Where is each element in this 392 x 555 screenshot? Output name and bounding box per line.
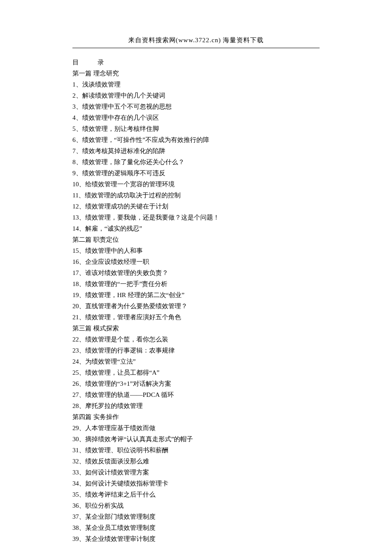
toc-line: 12、绩效管理成功的关键在于计划	[72, 201, 320, 212]
toc-line: 16、企业应设绩效经理一职	[72, 256, 320, 267]
toc-title: 目录	[72, 57, 320, 68]
toc-line: 13、绩效管理，要我做，还是我要做？这是个问题！	[72, 212, 320, 223]
toc-line: 21、绩效管理，管理者应演好五个角色	[72, 312, 320, 323]
toc-line: 36、职位分析实战	[72, 500, 320, 511]
toc-line: 14、解雇，“诚实的残忍”	[72, 223, 320, 234]
toc-line: 23、绩效管理的行事逻辑：农事规律	[72, 345, 320, 356]
header-divider	[72, 48, 320, 48]
toc-list: 第一篇 理念研究1、浅谈绩效管理2、解读绩效管理中的几个关键词3、绩效管理中五个…	[72, 68, 320, 544]
document-page: 来自资料搜索网(www.3722.cn) 海量资料下载 目录 第一篇 理念研究1…	[0, 0, 392, 555]
toc-line: 32、绩效反馈面谈没那么难	[72, 456, 320, 467]
toc-line: 3、绩效管理中五个不可忽视的思想	[72, 101, 320, 112]
toc-line: 第二篇 职责定位	[72, 234, 320, 245]
toc-line: 10、给绩效管理一个宽容的管理环境	[72, 179, 320, 190]
toc-line: 37、某企业部门绩效管理制度	[72, 511, 320, 522]
toc-line: 25、绩效管理，让员工都得“A”	[72, 367, 320, 378]
page-header: 来自资料搜索网(www.3722.cn) 海量资料下载	[51, 36, 341, 44]
toc-line: 31、绩效管理、职位说明书和薪酬	[72, 445, 320, 456]
document-content: 目录 第一篇 理念研究1、浅谈绩效管理2、解读绩效管理中的几个关键词3、绩效管理…	[51, 57, 341, 544]
toc-line: 20、直线管理者为什么要热爱绩效管理？	[72, 301, 320, 312]
toc-line: 第三篇 模式探索	[72, 323, 320, 334]
toc-line: 17、谁该对绩效管理的失败负责？	[72, 267, 320, 278]
toc-line: 11、绩效管理的成功取决于过程的控制	[72, 190, 320, 201]
toc-line: 9、绩效管理的逻辑顺序不可违反	[72, 168, 320, 179]
toc-line: 22、绩效管理是个筐，看你怎么装	[72, 334, 320, 345]
toc-line: 第一篇 理念研究	[72, 68, 320, 79]
toc-line: 39、某企业绩效管理审计制度	[72, 533, 320, 544]
toc-line: 26、绩效管理的“3+1”对话解决方案	[72, 378, 320, 389]
toc-line: 33、如何设计绩效管理方案	[72, 467, 320, 478]
toc-line: 18、绩效管理的“一把手”责任分析	[72, 278, 320, 289]
toc-title-part1: 目	[72, 59, 80, 66]
toc-line: 第四篇 实务操作	[72, 411, 320, 422]
toc-line: 2、解读绩效管理中的几个关键词	[72, 90, 320, 101]
toc-line: 8、绩效管理，除了量化你还关心什么？	[72, 156, 320, 168]
toc-line: 34、如何设计关键绩效指标管理卡	[72, 478, 320, 489]
toc-title-part2: 录	[98, 59, 105, 66]
toc-line: 30、摘掉绩效考评“认认真真走形式”的帽子	[72, 434, 320, 445]
toc-line: 15、绩效管理中的人和事	[72, 245, 320, 256]
toc-line: 29、人本管理应基于绩效而做	[72, 422, 320, 434]
toc-line: 5、绩效管理，别让考核绊住脚	[72, 123, 320, 134]
toc-line: 24、为绩效管理“立法”	[72, 356, 320, 367]
toc-line: 1、浅谈绩效管理	[72, 79, 320, 90]
toc-line: 28、摩托罗拉的绩效管理	[72, 400, 320, 411]
toc-line: 27、绩效管理的轨道——PDCA 循环	[72, 389, 320, 400]
toc-line: 35、绩效考评结束之后干什么	[72, 489, 320, 500]
toc-line: 4、绩效管理中存在的几个误区	[72, 112, 320, 123]
toc-line: 7、绩效考核莫掉进标准化的陷阱	[72, 145, 320, 156]
toc-line: 19、绩效管理，HR 经理的第二次“创业”	[72, 289, 320, 301]
toc-line: 38、某企业员工绩效管理制度	[72, 522, 320, 533]
toc-line: 6、绩效管理，“可操作性”不应成为有效推行的障	[72, 134, 320, 145]
